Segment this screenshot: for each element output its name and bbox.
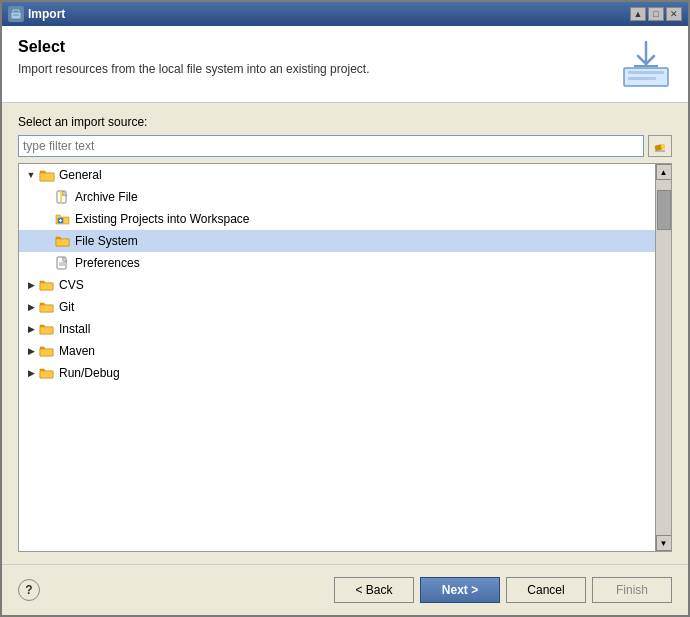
tree-item-maven[interactable]: ▶ Maven — [19, 340, 655, 362]
tree-label-maven: Maven — [59, 344, 95, 358]
expander-cvs[interactable]: ▶ — [23, 277, 39, 293]
tree-container: ▼ General — [18, 163, 672, 552]
folder-icon-general — [39, 168, 55, 182]
tree-content[interactable]: ▼ General — [19, 164, 655, 551]
expander-general[interactable]: ▼ — [23, 167, 39, 183]
scroll-up-button[interactable]: ▲ — [656, 164, 672, 180]
title-bar-left: Import — [8, 6, 65, 22]
svg-rect-4 — [628, 77, 656, 80]
svg-rect-3 — [628, 71, 664, 74]
filter-clear-button[interactable] — [648, 135, 672, 157]
tree-label-rundebug: Run/Debug — [59, 366, 120, 380]
footer-left: ? — [18, 579, 40, 601]
svg-rect-11 — [60, 192, 62, 202]
filter-input[interactable] — [18, 135, 644, 157]
cancel-button[interactable]: Cancel — [506, 577, 586, 603]
footer: ? < Back Next > Cancel Finish — [2, 564, 688, 615]
tree-label-git: Git — [59, 300, 74, 314]
expander-install[interactable]: ▶ — [23, 321, 39, 337]
tree-label-general: General — [59, 168, 102, 182]
tree-item-general[interactable]: ▼ General — [19, 164, 655, 186]
tree-item-run-debug[interactable]: ▶ Run/Debug — [19, 362, 655, 384]
content-area: Select an import source: ▼ — [2, 103, 688, 564]
folder-icon-git — [39, 300, 55, 314]
window-title: Import — [28, 7, 65, 21]
expander-archive — [39, 189, 55, 205]
title-bar: Import ▲ □ ✕ — [2, 2, 688, 26]
tree-item-preferences[interactable]: Preferences — [19, 252, 655, 274]
window-icon — [8, 6, 24, 22]
tree-label-prefs: Preferences — [75, 256, 140, 270]
folder-icon-rundebug — [39, 366, 55, 380]
page-description: Import resources from the local file sys… — [18, 62, 369, 76]
page-title: Select — [18, 38, 369, 56]
import-header-icon — [620, 38, 672, 90]
tree-item-file-system[interactable]: File System — [19, 230, 655, 252]
next-button[interactable]: Next > — [420, 577, 500, 603]
folder-icon-install — [39, 322, 55, 336]
expander-prefs — [39, 255, 55, 271]
expander-git[interactable]: ▶ — [23, 299, 39, 315]
tree-scrollbar[interactable]: ▲ ▼ — [655, 164, 671, 551]
scroll-thumb[interactable] — [657, 190, 671, 230]
file-icon-prefs — [55, 256, 71, 270]
header-section: Select Import resources from the local f… — [2, 26, 688, 103]
import-dialog: Import ▲ □ ✕ Select Import resources fro… — [0, 0, 690, 617]
footer-buttons: < Back Next > Cancel Finish — [334, 577, 672, 603]
tree-label-install: Install — [59, 322, 90, 336]
tree-label-filesystem: File System — [75, 234, 138, 248]
tree-label-cvs: CVS — [59, 278, 84, 292]
tree-item-existing-projects[interactable]: Existing Projects into Workspace — [19, 208, 655, 230]
expander-filesystem — [39, 233, 55, 249]
tree-label-archive: Archive File — [75, 190, 138, 204]
expander-maven[interactable]: ▶ — [23, 343, 39, 359]
header-text: Select Import resources from the local f… — [18, 38, 369, 76]
source-label: Select an import source: — [18, 115, 672, 129]
folder-icon-maven — [39, 344, 55, 358]
minimize-button[interactable]: ▲ — [630, 7, 646, 21]
svg-rect-12 — [62, 194, 64, 196]
scroll-track[interactable] — [656, 180, 671, 535]
finish-button[interactable]: Finish — [592, 577, 672, 603]
tree-item-archive-file[interactable]: Archive File — [19, 186, 655, 208]
file-icon-archive — [55, 190, 71, 204]
help-button[interactable]: ? — [18, 579, 40, 601]
tree-item-install[interactable]: ▶ Install — [19, 318, 655, 340]
back-button[interactable]: < Back — [334, 577, 414, 603]
tree-item-cvs[interactable]: ▶ CVS — [19, 274, 655, 296]
filter-row — [18, 135, 672, 157]
eraser-icon — [653, 139, 667, 153]
tree-label-projects: Existing Projects into Workspace — [75, 212, 250, 226]
tree-item-git[interactable]: ▶ Git — [19, 296, 655, 318]
expander-rundebug[interactable]: ▶ — [23, 365, 39, 381]
maximize-button[interactable]: □ — [648, 7, 664, 21]
folder-icon-cvs — [39, 278, 55, 292]
window-controls: ▲ □ ✕ — [630, 7, 682, 21]
folder-icon-filesystem — [55, 234, 71, 248]
expander-projects — [39, 211, 55, 227]
file-icon-projects — [55, 212, 71, 226]
close-button[interactable]: ✕ — [666, 7, 682, 21]
scroll-down-button[interactable]: ▼ — [656, 535, 672, 551]
